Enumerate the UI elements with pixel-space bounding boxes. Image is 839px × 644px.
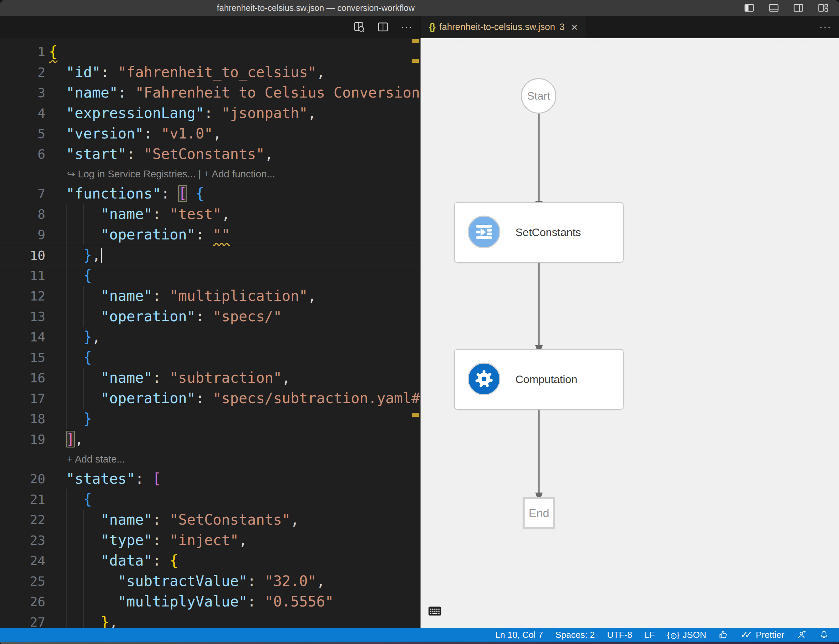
diagram-node-start[interactable]: Start <box>521 78 556 113</box>
codelens-link[interactable]: + Add function... <box>204 169 275 179</box>
indent-guide <box>83 530 84 550</box>
tab-right-fahrenheit-json[interactable]: {} fahrenheit-to-celsius.sw.json 3 × <box>421 16 586 38</box>
layout-panel-icon[interactable] <box>766 1 781 15</box>
code-line-25[interactable]: 25 "subtractValue": "32.0", <box>0 571 420 591</box>
indent-guide <box>66 591 67 612</box>
code-line-10[interactable]: 10 }, <box>0 245 420 265</box>
code-line-7[interactable]: 7 "functions": [ { <box>0 184 420 204</box>
customize-layout-icon[interactable] <box>816 1 830 15</box>
layout-sidebar-icon[interactable] <box>742 1 757 15</box>
code-line-19[interactable]: 19 ], <box>0 429 420 450</box>
code-line-1[interactable]: 1{ <box>0 42 420 62</box>
indent-guide <box>66 368 67 388</box>
code-line-5[interactable]: 5 "version": "v1.0", <box>0 123 420 144</box>
code-line-23[interactable]: 23 "type": "inject", <box>0 530 420 550</box>
line-number: 21 <box>0 489 45 509</box>
keyboard-icon[interactable] <box>429 606 441 617</box>
code-line-2[interactable]: 2 "id": "fahrenheit_to_celsius", <box>0 62 420 82</box>
code-line-12[interactable]: 12 "name": "multiplication", <box>0 286 420 306</box>
more-actions-icon[interactable]: ··· <box>818 20 833 34</box>
line-number: 10 <box>0 245 45 266</box>
modified-line-mark <box>412 59 419 63</box>
code-line-3[interactable]: 3 "name": "Fahrenheit to Celsius Convers… <box>0 82 420 103</box>
code-line-14[interactable]: 14 }, <box>0 327 420 347</box>
code-editor[interactable]: 1{2 "id": "fahrenheit_to_celsius",3 "nam… <box>0 38 420 628</box>
code-line-16[interactable]: 16 "name": "subtraction", <box>0 368 420 388</box>
split-editor-icon[interactable] <box>376 20 391 34</box>
codelens-row: + Add state... <box>0 450 420 469</box>
line-number: 16 <box>0 368 45 388</box>
codelens-link[interactable]: + Add state... <box>67 453 125 465</box>
code-line-18[interactable]: 18 } <box>0 409 420 429</box>
indent-guide <box>66 204 67 225</box>
indent-guide <box>66 388 67 409</box>
inject-icon <box>468 215 500 248</box>
preview-top-dashed-border <box>425 42 839 42</box>
code-line-13[interactable]: 13 "operation": "specs/" <box>0 306 420 327</box>
indentation-setting[interactable]: Spaces: 2 <box>555 630 595 640</box>
code-line-22[interactable]: 22 "name": "SetConstants", <box>0 509 420 530</box>
flow-arrow <box>534 113 544 211</box>
node-label: Computation <box>516 350 577 409</box>
code-line-17[interactable]: 17 "operation": "specs/subtraction.yaml#… <box>0 388 420 409</box>
code-line-6[interactable]: 6 "start": "SetConstants", <box>0 144 420 164</box>
indent-guide <box>66 265 67 286</box>
code-line-15[interactable]: 15 { <box>0 347 420 368</box>
indent-guide <box>66 550 67 571</box>
line-number: 27 <box>0 612 45 628</box>
indent-guide <box>101 591 101 612</box>
code-line-11[interactable]: 11 { <box>0 265 420 286</box>
node-label: End <box>529 506 549 520</box>
code-line-4[interactable]: 4 "expressionLang": "jsonpath", <box>0 103 420 123</box>
layout-sidebar-right-icon[interactable] <box>791 1 806 15</box>
window-title: fahrenheit-to-celsius.sw.json — conversi… <box>217 3 414 13</box>
diagram-node-setconstants[interactable]: SetConstants <box>454 202 624 263</box>
workflow-preview[interactable]: Start SetConstants <box>420 38 839 628</box>
line-number: 6 <box>0 144 45 164</box>
bell-icon[interactable] <box>819 630 829 639</box>
indent-guide <box>83 550 84 571</box>
eol-setting[interactable]: LF <box>644 630 655 640</box>
indent-guide <box>66 347 67 368</box>
tab-bar: {} fahrenheit-to-celsius.sw.json 3 × ···… <box>0 16 839 38</box>
flow-arrow <box>534 410 544 503</box>
formatter-status[interactable]: ✓✓ Prettier <box>740 629 785 640</box>
thumbs-up-icon[interactable] <box>719 630 728 639</box>
account-arrow-icon[interactable] <box>797 630 807 640</box>
line-number: 23 <box>0 530 45 550</box>
code-line-24[interactable]: 24 "data": { <box>0 550 420 571</box>
indent-guide <box>66 306 67 327</box>
diagram-node-computation[interactable]: Computation <box>454 349 624 410</box>
left-editor-tab-strip: {} fahrenheit-to-celsius.sw.json 3 × ··· <box>0 16 420 38</box>
line-number: 24 <box>0 550 45 571</box>
line-number: 4 <box>0 103 45 123</box>
code-line-8[interactable]: 8 "name": "test", <box>0 204 420 225</box>
code-line-27[interactable]: 27 }, <box>0 612 420 628</box>
close-tab-icon[interactable]: × <box>571 21 577 33</box>
right-editor-tab-strip: {} fahrenheit-to-celsius.sw.json 3 × ··· <box>420 16 839 38</box>
indent-guide <box>66 489 67 509</box>
indent-guide <box>83 591 84 612</box>
code-line-20[interactable]: 20 "states": [ <box>0 469 420 489</box>
line-number: 5 <box>0 123 45 144</box>
window-bottom-edge <box>0 642 839 644</box>
cursor-position[interactable]: Ln 10, Col 7 <box>495 630 543 640</box>
node-label: SetConstants <box>516 203 581 262</box>
indent-guide <box>83 306 84 327</box>
code-line-26[interactable]: 26 "multiplyValue": "0.5556" <box>0 591 420 612</box>
language-mode[interactable]: {×} JSON <box>667 630 706 640</box>
codelens-link[interactable]: ↪ Log in Service Registries... <box>67 169 196 179</box>
diagram-node-end[interactable]: End <box>523 497 555 529</box>
encoding-setting[interactable]: UTF-8 <box>607 630 633 640</box>
line-number: 2 <box>0 62 45 82</box>
code-line-9[interactable]: 9 "operation": "" <box>0 225 420 245</box>
indent-guide <box>66 286 67 306</box>
modified-line-mark <box>412 413 419 417</box>
indent-guide <box>83 286 84 306</box>
code-line-21[interactable]: 21 { <box>0 489 420 509</box>
indent-guide <box>83 612 84 628</box>
indent-guide <box>66 409 67 429</box>
more-actions-icon[interactable]: ··· <box>399 20 414 34</box>
open-preview-icon[interactable] <box>351 20 367 34</box>
code-lines: 1{2 "id": "fahrenheit_to_celsius",3 "nam… <box>0 42 420 628</box>
